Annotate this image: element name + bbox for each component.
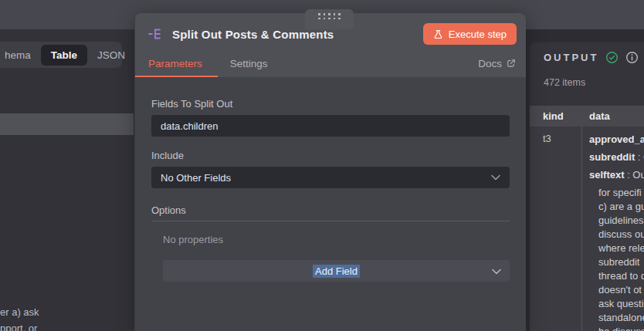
flask-icon [433, 29, 443, 39]
chevron-down-icon [492, 269, 501, 275]
column-header-kind: kind [530, 110, 582, 122]
field-value-wrapped-line: ask questi [589, 297, 644, 311]
include-select[interactable]: No Other Fields [151, 167, 510, 188]
tab-table[interactable]: Table [41, 45, 87, 66]
field-value-wrapped-line: subreddit [589, 255, 644, 269]
execute-step-button[interactable]: Execute step [423, 23, 517, 45]
include-selected-value: No Other Fields [161, 172, 231, 184]
field-value-wrapped-line: doesn't ot [589, 283, 644, 297]
active-tab-underline [135, 76, 218, 78]
table-row[interactable]: t3 approved_atsubreddit : Cselftext : Ou… [530, 127, 644, 331]
split-field-label: Fields To Split Out [151, 98, 510, 110]
input-clipped-text: er a) ask pport, or [0, 304, 39, 331]
options-section-label: Options [151, 204, 510, 221]
items-count: 472 items [530, 77, 644, 88]
dialog-title: Split Out Posts & Comments [172, 28, 423, 41]
output-title: OUTPUT [544, 52, 598, 63]
input-panel: hema Table JSON er a) ask pport, or [0, 29, 135, 331]
drag-dots-icon [318, 18, 341, 20]
field-value-wrapped-line: be discuss [589, 325, 644, 331]
output-table-header: kind data [530, 106, 644, 127]
info-icon[interactable] [625, 51, 639, 64]
field-value-wrapped-line: c) are a gu [589, 200, 644, 214]
node-settings-dialog: Split Out Posts & Comments Execute step … [135, 13, 526, 331]
field-value-wrapped-line: standalone [589, 311, 644, 325]
split-out-icon [148, 26, 164, 42]
output-header: OUTPUT [530, 42, 644, 64]
data-cell: approved_atsubreddit : Cselftext : Oufor… [582, 127, 644, 331]
field-key-value: selftext : Ou [589, 168, 644, 181]
field-key-value: subreddit : C [589, 150, 644, 164]
dialog-drag-handle[interactable] [305, 9, 354, 29]
input-table-header-band [0, 113, 134, 135]
docs-label: Docs [478, 58, 502, 69]
chevron-down-icon [491, 174, 500, 181]
parameters-form: Fields To Split Out Include No Other Fie… [135, 77, 526, 282]
field-key-value: approved_at [589, 133, 644, 146]
column-header-data: data [582, 110, 644, 122]
tab-schema[interactable]: hema [0, 45, 41, 66]
no-properties-text: No properties [163, 234, 510, 245]
tab-parameters[interactable]: Parameters [148, 58, 202, 69]
field-value-wrapped-line: where rele [589, 241, 644, 255]
external-link-icon [507, 59, 516, 68]
tab-settings[interactable]: Settings [230, 58, 268, 69]
include-label: Include [151, 150, 510, 161]
app-root: hema Table JSON er a) ask pport, or [0, 0, 644, 331]
field-value-wrapped-line: for specifi [589, 186, 644, 200]
add-field-label: Add Field [313, 265, 360, 278]
success-check-icon [605, 51, 619, 64]
field-value-wrapped-line: thread to d [589, 269, 644, 283]
tab-json[interactable]: JSON [87, 45, 135, 66]
docs-link[interactable]: Docs [478, 58, 516, 69]
output-panel: OUTPUT 472 items kind data [530, 42, 644, 331]
clipped-line: er a) ask [0, 304, 39, 320]
dialog-tabs: Parameters Settings Docs [148, 49, 516, 77]
output-table: kind data t3 approved_atsubreddit : Csel… [530, 106, 644, 331]
field-value-wrapped-line: discuss ou [589, 228, 644, 241]
field-value-wrapped-line: guidelines [589, 214, 644, 228]
cell-kind: t3 [530, 127, 582, 331]
clipped-line: pport, or [0, 320, 39, 331]
view-mode-tabs: hema Table JSON [0, 42, 122, 68]
execute-step-label: Execute step [449, 29, 507, 40]
add-field-dropdown[interactable]: Add Field [163, 260, 510, 282]
drag-dots-icon [318, 13, 341, 15]
split-field-input[interactable] [151, 115, 510, 137]
